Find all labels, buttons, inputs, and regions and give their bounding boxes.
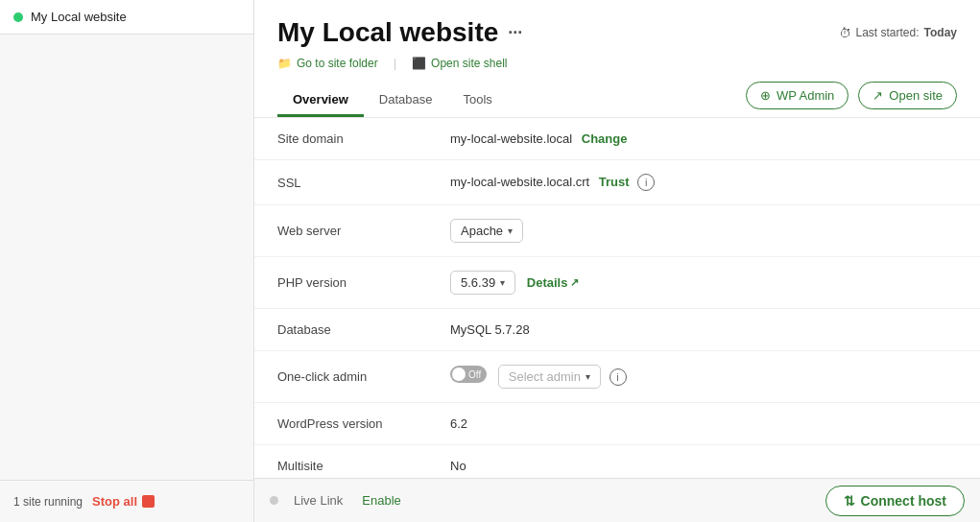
site-header: My Local website ··· ⏱ Last started: Tod… [254, 0, 980, 118]
select-admin-dropdown[interactable]: Select admin ▾ [498, 365, 601, 389]
tab-tools[interactable]: Tools [447, 84, 507, 117]
tabs-row: Overview Database Tools ⊕ WP Admin ↗ Ope… [277, 82, 957, 117]
toggle-off[interactable]: Off [450, 366, 487, 383]
external-link-icon: ↗ [570, 276, 579, 289]
header-actions: 📁 Go to site folder | ⬛ Open site shell [277, 56, 957, 70]
web-server-row: Web server Apache ▾ [254, 205, 980, 257]
web-server-dropdown[interactable]: Apache ▾ [450, 219, 523, 243]
web-server-label: Web server [254, 205, 427, 257]
ssl-info-icon[interactable]: i [637, 174, 655, 191]
wp-icon: ⊕ [760, 88, 771, 103]
multisite-label: Multisite [254, 445, 427, 479]
open-site-shell-link[interactable]: ⬛ Open site shell [412, 56, 507, 70]
one-click-admin-value: Off Select admin ▾ i [427, 351, 980, 403]
site-domain-row: Site domain my-local-website.local Chang… [254, 118, 980, 160]
chevron-down-icon: ▾ [508, 225, 513, 236]
one-click-admin-label: One-click admin [254, 351, 427, 403]
multisite-row: Multisite No [254, 445, 980, 479]
stop-all-button[interactable]: Stop all [92, 494, 155, 509]
site-status-indicator [13, 12, 23, 22]
site-title: My Local website ··· [277, 17, 522, 48]
live-link-status-dot [270, 496, 278, 505]
wp-admin-button[interactable]: ⊕ WP Admin [746, 82, 849, 109]
ssl-row: SSL my-local-website.local.crt Trust i [254, 160, 980, 205]
sidebar-item-my-local-website[interactable]: My Local website [0, 0, 253, 35]
tab-database[interactable]: Database [364, 84, 448, 117]
database-label: Database [254, 309, 427, 351]
sidebar-footer: 1 site running Stop all [0, 480, 253, 522]
live-link-label: Live Link [294, 493, 343, 508]
one-click-admin-toggle[interactable]: Off [450, 366, 487, 383]
sites-running-text: 1 site running [13, 495, 83, 509]
toggle-circle [452, 368, 466, 381]
clock-icon: ⏱ [839, 26, 851, 40]
go-to-site-folder-link[interactable]: 📁 Go to site folder [277, 56, 378, 70]
tab-overview[interactable]: Overview [277, 84, 364, 117]
ssl-label: SSL [254, 160, 427, 205]
one-click-admin-row: One-click admin Off Select admin ▾ [254, 351, 980, 403]
connect-host-icon: ⇅ [844, 493, 855, 509]
enable-live-link[interactable]: Enable [362, 493, 400, 508]
database-row: Database MySQL 5.7.28 [254, 309, 980, 351]
more-menu-button[interactable]: ··· [508, 23, 522, 43]
sidebar: My Local website 1 site running Stop all [0, 0, 254, 522]
last-started: ⏱ Last started: Today [839, 26, 958, 40]
database-value: MySQL 5.7.28 [427, 309, 980, 351]
open-site-button[interactable]: ↗ Open site [858, 82, 957, 109]
folder-icon: 📁 [277, 57, 292, 70]
terminal-icon: ⬛ [412, 57, 426, 70]
php-version-label: PHP version [254, 257, 427, 309]
ssl-value: my-local-website.local.crt Trust i [427, 160, 980, 205]
main-tabs: Overview Database Tools [277, 84, 508, 117]
php-details-link[interactable]: Details ↗ [527, 275, 580, 290]
trust-link[interactable]: Trust [599, 175, 630, 189]
wordpress-version-value: 6.2 [427, 403, 980, 445]
multisite-value: No [427, 445, 980, 479]
chevron-down-icon: ▾ [586, 371, 590, 382]
header-divider: | [394, 56, 396, 70]
change-domain-link[interactable]: Change [582, 131, 628, 146]
site-info-table: Site domain my-local-website.local Chang… [254, 118, 980, 478]
admin-info-icon[interactable]: i [610, 368, 627, 386]
php-version-value: 5.6.39 ▾ Details ↗ [427, 257, 980, 309]
wordpress-version-row: WordPress version 6.2 [254, 403, 980, 445]
php-version-row: PHP version 5.6.39 ▾ Details ↗ [254, 257, 980, 309]
main-content: My Local website ··· ⏱ Last started: Tod… [254, 0, 980, 522]
stop-icon [142, 495, 155, 508]
footer-bar: Live Link Enable ⇅ Connect host [254, 478, 980, 522]
connect-host-button[interactable]: ⇅ Connect host [825, 486, 965, 516]
php-version-dropdown[interactable]: 5.6.39 ▾ [450, 271, 515, 295]
site-domain-label: Site domain [254, 118, 427, 160]
sidebar-site-name: My Local website [31, 10, 127, 24]
chevron-down-icon: ▾ [500, 277, 505, 288]
overview-content: Site domain my-local-website.local Chang… [254, 118, 980, 478]
open-site-icon: ↗ [872, 88, 883, 103]
tab-buttons: ⊕ WP Admin ↗ Open site [746, 82, 957, 109]
wordpress-version-label: WordPress version [254, 403, 427, 445]
site-domain-value: my-local-website.local Change [427, 118, 980, 160]
web-server-value: Apache ▾ [427, 205, 980, 257]
